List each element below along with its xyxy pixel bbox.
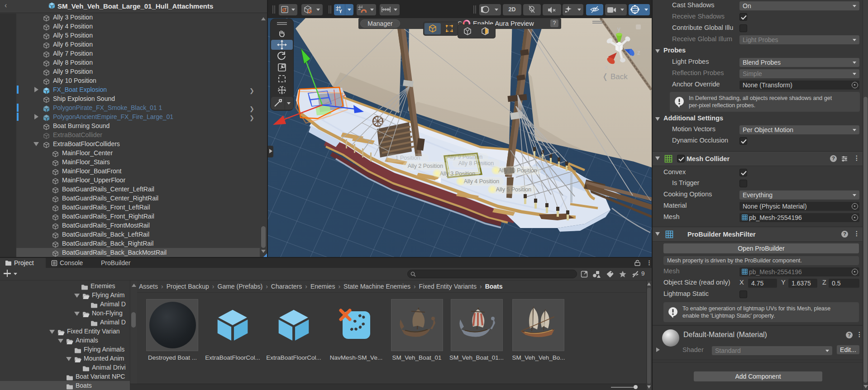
svg-text:z: z <box>637 49 640 56</box>
svg-text:x: x <box>605 63 608 71</box>
svg-text:❬ Back: ❬ Back <box>602 72 628 81</box>
svg-text:Y: Y <box>339 9 342 14</box>
svg-text:y: y <box>617 27 620 33</box>
